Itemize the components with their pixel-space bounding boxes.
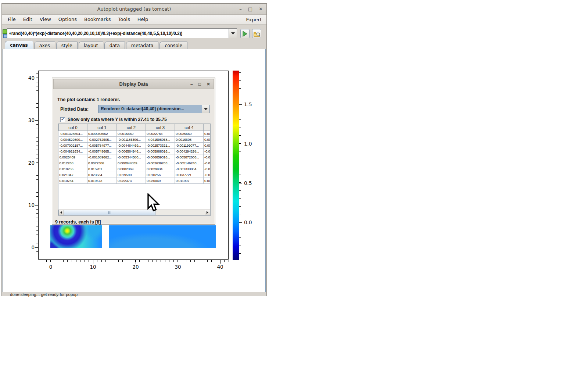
x-tick-label-0: 0 <box>43 264 58 270</box>
thumb-grip <box>111 211 111 214</box>
table-cell[interactable]: -0.005749665... <box>87 149 117 154</box>
table-cell[interactable]: -4.041598058... <box>146 137 175 143</box>
table-cell[interactable]: -0.005146240... <box>175 160 204 166</box>
scrollbar-track[interactable] <box>64 210 205 215</box>
table-cell[interactable]: -0.0 <box>204 160 211 166</box>
table-cell[interactable]: 0.0025660 <box>175 131 204 137</box>
table-cell[interactable]: 0.000044839 <box>117 160 146 166</box>
plot-go-button[interactable] <box>240 29 250 38</box>
menu-item-edit[interactable]: Edit <box>19 15 36 24</box>
minimize-icon[interactable]: – <box>239 7 242 11</box>
dialog-titlebar[interactable]: Display Data – □ ✕ <box>53 79 214 89</box>
inspect-uri-button[interactable] <box>252 29 261 38</box>
table-cell[interactable]: -0.005988016... <box>146 149 175 154</box>
table-cell[interactable]: 0.00 <box>204 178 211 184</box>
column-header-col-0[interactable]: col 0 <box>59 124 87 131</box>
table-cell[interactable]: 0.022373 <box>117 178 146 184</box>
table-cell[interactable]: 0.019256 <box>59 166 87 172</box>
dialog-close-icon[interactable]: ✕ <box>207 82 210 87</box>
menu-item-file[interactable]: File <box>4 15 19 24</box>
table-cell[interactable]: -0.005784977... <box>87 143 117 149</box>
table-row: 0.019256 0.015201 0.0082369 0.0029934 -0… <box>59 166 211 172</box>
tab-canvas[interactable]: canvas <box>5 41 33 49</box>
tab-console[interactable]: console <box>159 42 187 49</box>
table-cell[interactable]: -0.004921634... <box>59 149 87 154</box>
table-cell[interactable]: -0.004464469... <box>117 143 146 149</box>
table-cell[interactable]: -0.004294298... <box>175 149 204 154</box>
table-cell[interactable]: -0.002639263... <box>146 160 175 166</box>
table-cell[interactable]: -0.0 <box>204 172 211 178</box>
column-header-5[interactable] <box>204 124 211 131</box>
table-cell[interactable]: -0.002573321... <box>146 143 175 149</box>
table-cell[interactable]: -0.0 <box>204 166 211 172</box>
scroll-left-button[interactable] <box>58 210 64 215</box>
table-cell[interactable]: -0.007002187... <box>59 143 87 149</box>
tab-layout[interactable]: layout <box>79 42 103 49</box>
table-cell[interactable]: 0.0016608 <box>175 137 204 143</box>
table-cell[interactable]: 0.020049 <box>146 178 175 184</box>
table-cell[interactable]: -0.0 <box>204 149 211 154</box>
table-cell[interactable]: -0.001689662... <box>87 154 117 160</box>
table-cell[interactable]: 0.00 <box>204 131 211 137</box>
table-cell[interactable]: 0.015201 <box>87 166 117 172</box>
uri-dropdown-button[interactable] <box>229 29 237 38</box>
filter-checkbox-row: ✔ Show only data where Y is within 27.41… <box>60 117 167 122</box>
table-cell[interactable]: 0.00 <box>204 137 211 143</box>
table-cell[interactable]: 0.0082369 <box>117 166 146 172</box>
uri-input[interactable] <box>7 29 229 38</box>
column-header-col-4[interactable]: col 4 <box>175 124 204 131</box>
filter-checkbox[interactable]: ✔ <box>60 117 65 122</box>
table-cell[interactable]: 0.010784 <box>59 178 87 184</box>
table-cell[interactable]: -0.005344580... <box>117 154 146 160</box>
table-cell[interactable]: 0.019573 <box>87 178 117 184</box>
tab-axes[interactable]: axes <box>34 42 55 49</box>
table-cell[interactable]: 0.010256 <box>146 172 175 178</box>
table-cell[interactable]: -0.005872606... <box>175 154 204 160</box>
table-cell[interactable]: 0.000083662 <box>87 131 117 137</box>
column-header-col-2[interactable]: col 2 <box>117 124 146 131</box>
table-cell[interactable]: 0.021047 <box>59 172 87 178</box>
colorbar[interactable] <box>233 71 239 260</box>
expert-menu[interactable]: Expert <box>246 17 266 22</box>
table-cell[interactable]: 0.0029934 <box>146 166 175 172</box>
window-titlebar[interactable]: Autoplot untagged (as tomcat) – □ ✕ <box>2 4 266 15</box>
table-cell[interactable]: 0.011997 <box>175 178 204 184</box>
tab-style[interactable]: style <box>56 42 78 49</box>
table-cell[interactable]: -0.006859316... <box>146 154 175 160</box>
table-cell[interactable]: -0.001199077... <box>175 143 204 149</box>
menu-item-tools[interactable]: Tools <box>115 15 134 24</box>
table-cell[interactable]: 0.0015459 <box>117 131 146 137</box>
table-cell[interactable]: 0.00 <box>204 143 211 149</box>
scroll-right-button[interactable] <box>205 210 210 215</box>
table-cell[interactable]: -0.001333864... <box>175 166 204 172</box>
table-cell[interactable]: 0.0022783 <box>146 131 175 137</box>
table-cell[interactable]: -0.0 <box>204 154 211 160</box>
dialog-maximize-icon[interactable]: □ <box>198 82 201 87</box>
table-cell[interactable]: -0.001185396... <box>117 137 146 143</box>
menu-item-view[interactable]: View <box>36 15 55 24</box>
menu-item-options[interactable]: Options <box>55 15 80 24</box>
column-header-col-3[interactable]: col 3 <box>146 124 175 131</box>
table-cell[interactable]: 0.0072386 <box>87 160 117 166</box>
close-icon[interactable]: ✕ <box>259 7 263 11</box>
table-cell[interactable]: -0.004529800... <box>59 137 87 143</box>
plot-canvas[interactable]: 403020100 010203040 1.51.00.50.0 Display… <box>3 49 266 292</box>
tab-metadata[interactable]: metadata <box>126 42 159 49</box>
menu-item-help[interactable]: Help <box>134 15 152 24</box>
table-cell[interactable]: 0.0025409 <box>59 154 87 160</box>
scrollbar-thumb[interactable] <box>64 210 155 215</box>
table-cell[interactable]: -0.006564946... <box>117 149 146 154</box>
dialog-minimize-icon[interactable]: – <box>190 82 193 87</box>
table-cell[interactable]: 0.012268 <box>59 160 87 166</box>
table-cell[interactable]: 0.019590 <box>117 172 146 178</box>
table-cell[interactable]: 0.0037721 <box>175 172 204 178</box>
renderer-combobox[interactable]: Renderer 0: dataset[40,40] (dimension... <box>98 105 210 113</box>
maximize-icon[interactable]: □ <box>248 7 252 11</box>
column-header-col-1[interactable]: col 1 <box>87 124 117 131</box>
table-cell[interactable]: -0.002752505... <box>87 137 117 143</box>
menu-item-bookmarks[interactable]: Bookmarks <box>80 15 115 24</box>
tab-data[interactable]: data <box>104 42 125 49</box>
renderer-combobox-arrow-button[interactable] <box>202 105 209 113</box>
table-cell[interactable]: -0.001328804... <box>59 131 87 137</box>
table-cell[interactable]: 0.023634 <box>87 172 117 178</box>
